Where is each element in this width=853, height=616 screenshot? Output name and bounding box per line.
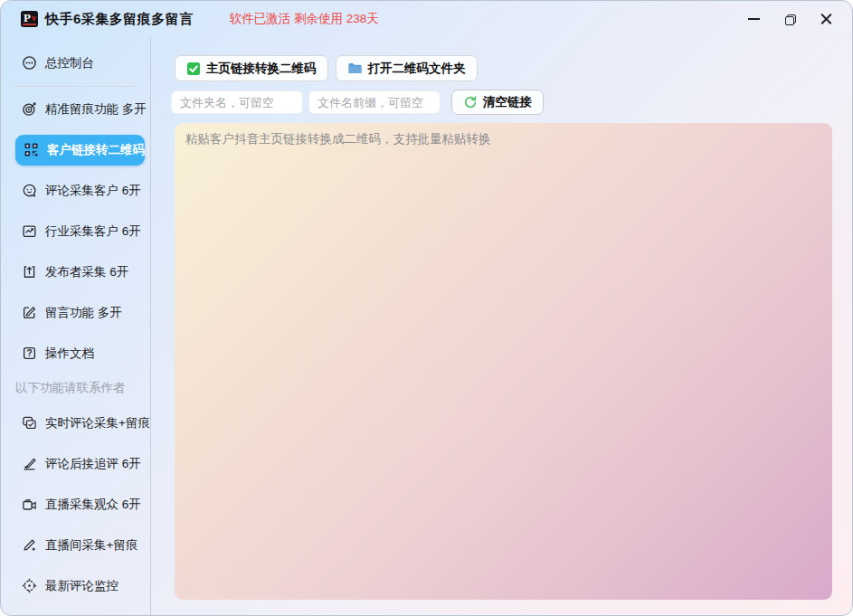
minimize-icon	[748, 18, 760, 20]
qrcode-icon	[23, 142, 39, 158]
sidebar-item-label: 总控制台	[45, 55, 94, 71]
industry-chart-icon	[21, 223, 37, 240]
file-prefix-input[interactable]	[308, 90, 441, 114]
target-icon	[21, 101, 37, 118]
sidebar-item-label: 留言功能 多开	[45, 305, 122, 321]
sidebar-item-label: 发布者采集 6开	[45, 264, 128, 280]
sidebar-item-link-to-qrcode[interactable]: 客户链接转二维码	[15, 135, 145, 166]
publisher-upload-icon	[21, 264, 37, 280]
folder-icon	[347, 62, 363, 75]
svg-text:?: ?	[26, 348, 32, 358]
app-logo-icon: P v	[21, 11, 38, 27]
sidebar-item-label: 操作文档	[45, 346, 94, 362]
sidebar-item-label: 评论后接追评 6开	[45, 456, 141, 472]
sidebar-item-publisher-collect[interactable]: 发布者采集 6开	[12, 251, 150, 292]
sidebar-item-comment-collect[interactable]: 评论采集客户 6开	[12, 170, 150, 211]
message-edit-icon	[21, 305, 37, 321]
sidebar-item-industry-collect[interactable]: 行业采集客户 6开	[12, 211, 150, 251]
green-checkbox-icon	[186, 62, 201, 76]
sidebar-section-label: 以下功能请联系作者	[12, 374, 150, 403]
app-logo-letter-accent: v	[32, 13, 36, 23]
sidebar-item-label: 行业采集客户 6开	[45, 223, 141, 240]
license-status-text: 软件已激活 剩余使用 238天	[230, 11, 379, 27]
monitor-target-icon	[21, 578, 37, 594]
sidebar-item-label: 评论采集客户 6开	[45, 183, 141, 199]
toolbar-row: 主页链接转换二维码 打开二维码文件夹	[175, 55, 838, 81]
clear-links-label: 清空链接	[483, 94, 532, 110]
sidebar: 总控制台 精准留痕功能 多开 客户链接转二维码 评论采集客户 6开	[1, 37, 151, 616]
folder-name-input[interactable]	[171, 90, 303, 114]
close-icon	[820, 14, 832, 25]
minimize-button[interactable]	[740, 6, 767, 32]
sidebar-item-live-audience[interactable]: 直播采集观众 6开	[12, 484, 150, 525]
follow-up-pen-icon	[21, 456, 37, 472]
restore-icon	[785, 14, 795, 24]
window-controls	[740, 6, 839, 32]
close-button[interactable]	[812, 6, 839, 32]
sidebar-item-live-room-collect[interactable]: 直播间采集+留痕	[12, 525, 150, 565]
open-qrcode-folder-label: 打开二维码文件夹	[368, 61, 466, 77]
sidebar-item-realtime-comment[interactable]: 实时评论采集+留痕	[12, 403, 150, 443]
sidebar-item-comment-monitor[interactable]: 最新评论监控	[12, 565, 150, 606]
sidebar-item-message-function[interactable]: 留言功能 多开	[12, 292, 150, 333]
convert-qrcode-button[interactable]: 主页链接转换二维码	[175, 55, 328, 81]
sidebar-item-label: 客户链接转二维码	[47, 142, 145, 158]
main-content: 主页链接转换二维码 打开二维码文件夹 清空链接	[151, 37, 852, 616]
live-camera-icon	[21, 497, 37, 513]
sidebar-item-label: 直播采集观众 6开	[45, 497, 141, 513]
title-bar: P v 快手6采集多留痕多留言 软件已激活 剩余使用 238天	[1, 1, 852, 37]
inputs-row: 清空链接	[171, 90, 838, 115]
clear-links-button[interactable]: 清空链接	[451, 90, 544, 115]
convert-qrcode-label: 主页链接转换二维码	[206, 61, 317, 77]
window-title: 快手6采集多留痕多留言	[45, 11, 194, 28]
console-icon	[21, 55, 37, 71]
sidebar-item-docs[interactable]: ? 操作文档	[12, 333, 150, 374]
sidebar-item-label: 实时评论采集+留痕	[45, 415, 150, 431]
live-pencil-icon	[21, 537, 37, 554]
sidebar-item-label: 最新评论监控	[45, 578, 118, 594]
app-logo-bar	[23, 24, 36, 25]
open-qrcode-folder-button[interactable]: 打开二维码文件夹	[336, 55, 478, 81]
app-window: P v 快手6采集多留痕多留言 软件已激活 剩余使用 238天 总控制台	[0, 0, 853, 616]
sidebar-item-console[interactable]: 总控制台	[12, 43, 150, 83]
sidebar-item-label: 精准留痕功能 多开	[45, 101, 147, 118]
help-doc-icon: ?	[21, 346, 37, 362]
sidebar-item-label: 直播间采集+留痕	[45, 537, 137, 554]
sidebar-divider	[14, 86, 137, 87]
realtime-comment-icon	[21, 415, 37, 431]
link-paste-textarea[interactable]	[175, 123, 832, 600]
refresh-icon	[463, 95, 478, 109]
restore-button[interactable]	[776, 6, 803, 32]
comment-bubble-icon	[21, 183, 37, 199]
sidebar-item-precise-trace[interactable]: 精准留痕功能 多开	[12, 89, 150, 129]
sidebar-item-follow-up-comment[interactable]: 评论后接追评 6开	[12, 443, 150, 484]
